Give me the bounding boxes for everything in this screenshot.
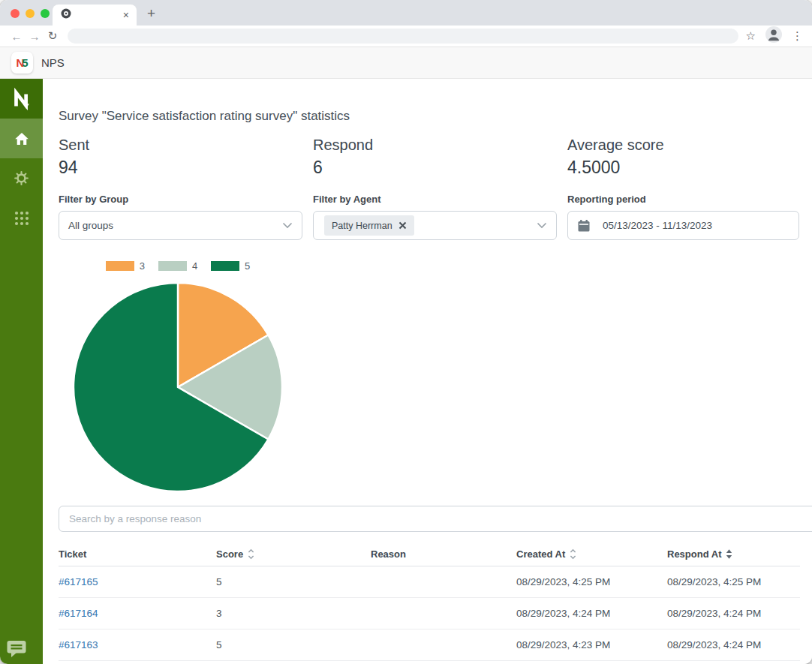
- ticket-link[interactable]: #617163: [59, 639, 98, 650]
- chat-widget-button[interactable]: [6, 639, 27, 662]
- column-header-ticket[interactable]: Ticket: [59, 548, 216, 560]
- table-row: #617164308/29/2023, 4:24 PM08/29/2023, 4…: [59, 598, 800, 629]
- home-icon: [13, 130, 31, 148]
- sidebar-item-settings[interactable]: [0, 158, 43, 198]
- agent-chip: Patty Herrman: [324, 215, 414, 236]
- stat-label: Sent: [59, 137, 302, 154]
- group-select[interactable]: All groups: [59, 211, 302, 240]
- minimize-window-button[interactable]: [26, 9, 35, 18]
- column-header-respond-at[interactable]: Respond At: [667, 548, 800, 560]
- browser-toolbar: ← → ↻ ☆ ⋮: [0, 26, 812, 47]
- filter-agent: Filter by Agent Patty Herrman: [313, 194, 557, 240]
- traffic-lights: [11, 9, 50, 18]
- tab-close-icon[interactable]: ×: [123, 10, 129, 20]
- refresh-icon[interactable]: ↻: [44, 29, 62, 43]
- ticket-cell: #617165: [59, 576, 216, 587]
- chat-bubble-icon: [6, 639, 27, 659]
- score-cell: 5: [216, 639, 371, 650]
- pie-legend: 345: [106, 260, 251, 272]
- calendar-icon: [577, 219, 591, 233]
- profile-avatar[interactable]: [765, 26, 783, 47]
- app-logo: N 5: [11, 52, 33, 74]
- legend-item-5[interactable]: 5: [211, 260, 250, 272]
- column-header-created-at[interactable]: Created At: [516, 548, 667, 560]
- ticket-link[interactable]: #617165: [59, 576, 98, 587]
- tab-strip: × +: [0, 0, 812, 26]
- legend-swatch: [158, 261, 187, 271]
- date-range-value: 05/13/2023 - 11/13/2023: [603, 220, 712, 231]
- stat-label: Respond: [313, 137, 557, 154]
- app-header: N 5 NPS: [0, 47, 812, 79]
- apps-grid-icon: [12, 209, 32, 228]
- tab-favicon-icon: [60, 8, 72, 23]
- ticket-cell: #617164: [59, 608, 216, 619]
- responses-table: Ticket Score Reason Created At: [59, 542, 800, 661]
- sort-icon[interactable]: [570, 548, 576, 560]
- new-tab-button[interactable]: +: [147, 5, 155, 23]
- column-label: Ticket: [59, 548, 86, 560]
- legend-label: 4: [192, 260, 197, 272]
- filter-period: Reporting period 05/13/2023 - 11/13/2023: [567, 194, 799, 240]
- back-icon[interactable]: ←: [8, 30, 26, 43]
- forward-icon[interactable]: →: [26, 30, 44, 43]
- sidebar-logo[interactable]: [0, 79, 43, 119]
- column-label: Score: [216, 548, 243, 560]
- bookmark-star-icon[interactable]: ☆: [746, 29, 756, 43]
- maximize-window-button[interactable]: [41, 9, 50, 18]
- date-range-input[interactable]: 05/13/2023 - 11/13/2023: [567, 211, 799, 240]
- respond-at-cell: 08/29/2023, 4:24 PM: [667, 608, 800, 619]
- search-input[interactable]: [59, 506, 812, 532]
- column-header-reason[interactable]: Reason: [371, 548, 516, 560]
- main-content: Survey "Service satisfaction rating surv…: [43, 79, 812, 664]
- ticket-link[interactable]: #617164: [59, 608, 98, 619]
- legend-label: 5: [245, 260, 250, 272]
- respond-at-cell: 08/29/2023, 4:24 PM: [667, 639, 800, 650]
- pie-chart-svg: [70, 279, 286, 495]
- column-label: Created At: [516, 548, 565, 560]
- legend-item-3[interactable]: 3: [106, 260, 145, 272]
- legend-item-4[interactable]: 4: [158, 260, 197, 272]
- created-at-cell: 08/29/2023, 4:25 PM: [516, 576, 667, 587]
- sort-icon[interactable]: [248, 548, 254, 560]
- gear-icon: [13, 170, 30, 187]
- created-at-cell: 08/29/2023, 4:23 PM: [516, 639, 667, 650]
- column-header-score[interactable]: Score: [216, 548, 371, 560]
- respond-at-cell: 08/29/2023, 4:25 PM: [667, 576, 800, 587]
- agent-chip-label: Patty Herrman: [332, 221, 392, 231]
- remove-agent-icon[interactable]: [398, 221, 407, 230]
- address-bar[interactable]: [68, 29, 738, 44]
- filter-group: Filter by Group All groups: [59, 194, 302, 240]
- table-row: #617163508/29/2023, 4:23 PM08/29/2023, 4…: [59, 629, 800, 661]
- close-window-button[interactable]: [11, 9, 20, 18]
- stat-value: 6: [313, 158, 557, 178]
- stat-value: 4.5000: [567, 158, 799, 178]
- app-logo-5: 5: [22, 56, 28, 69]
- column-label: Reason: [371, 548, 406, 560]
- legend-label: 3: [140, 260, 145, 272]
- filter-group-label: Filter by Group: [59, 194, 302, 205]
- chevron-down-icon: [282, 222, 293, 229]
- chevron-down-icon: [537, 222, 547, 229]
- table-header: Ticket Score Reason Created At: [59, 542, 800, 566]
- legend-swatch: [106, 261, 134, 271]
- toolbar-right: ☆ ⋮: [746, 26, 804, 47]
- browser-menu-icon[interactable]: ⋮: [792, 29, 803, 43]
- stat-value: 94: [59, 158, 302, 178]
- stat-average-score: Average score 4.5000: [567, 137, 799, 178]
- filter-period-label: Reporting period: [567, 194, 799, 205]
- agent-select[interactable]: Patty Herrman: [313, 211, 557, 240]
- browser-window: × + ← → ↻ ☆ ⋮ N 5 NPS: [0, 0, 812, 664]
- app-name: NPS: [41, 56, 65, 69]
- score-distribution-chart: 345: [69, 260, 287, 495]
- filters-row: Filter by Group All groups Filter by Age…: [59, 194, 800, 240]
- table-row: #617165508/29/2023, 4:25 PM08/29/2023, 4…: [59, 566, 800, 598]
- sort-icon[interactable]: [726, 548, 732, 560]
- stat-label: Average score: [567, 137, 799, 154]
- legend-swatch: [211, 261, 239, 271]
- created-at-cell: 08/29/2023, 4:24 PM: [516, 608, 667, 619]
- stat-respond: Respond 6: [313, 137, 557, 178]
- sidebar-item-apps[interactable]: [0, 198, 43, 238]
- ticket-cell: #617163: [59, 639, 216, 650]
- browser-tab[interactable]: ×: [53, 5, 137, 26]
- sidebar-item-home[interactable]: [0, 119, 43, 158]
